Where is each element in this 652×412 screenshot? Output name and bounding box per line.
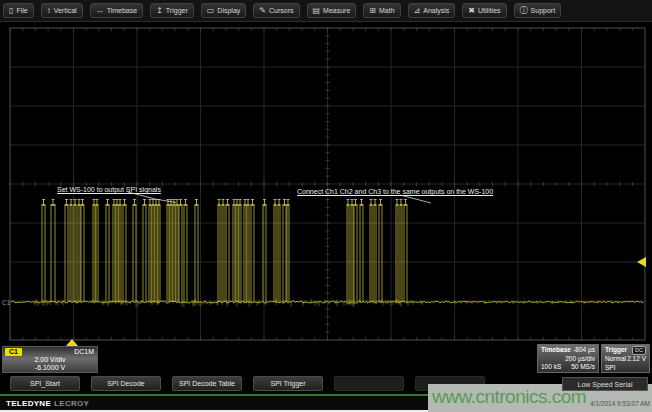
trigger-title: Trigger	[605, 346, 627, 355]
menu-item-measure[interactable]: ▤Measure	[307, 3, 357, 18]
info-icon: ⓘ	[520, 7, 528, 15]
menu-item-label: Timebase	[107, 7, 137, 14]
menu-item-display[interactable]: ▭Display	[201, 3, 247, 18]
channel-marker-label: C1	[2, 299, 11, 306]
datetime-display: 4/1/2014 9:53:07 AM	[590, 400, 650, 407]
annotation-ws100-output: Set WS-100 to output SPI signals	[57, 186, 161, 194]
pencil-icon: ✎	[259, 7, 266, 15]
menu-item-label: Trigger	[166, 7, 188, 14]
horizontal-arrows-icon: ↔	[96, 7, 104, 15]
spi-start-button[interactable]: SPI_Start	[10, 376, 80, 391]
file-icon: ▯	[9, 7, 13, 15]
calculator-icon: ⊞	[369, 7, 376, 15]
menu-item-file[interactable]: ▯File	[3, 3, 34, 18]
timebase-title: Timebase	[541, 346, 571, 355]
brand-secondary: LECROY	[54, 399, 89, 408]
spi-decode-table-button[interactable]: SPI Decode Table	[172, 376, 242, 391]
menu-item-label: Cursors	[269, 7, 294, 14]
timebase-descriptor[interactable]: Timebase -804 µs 200 µs/div 100 kS 50 MS…	[537, 344, 599, 373]
brand-logo: TELEDYNELECROY	[6, 399, 89, 408]
menu-item-trigger[interactable]: ↥Trigger	[150, 3, 194, 18]
annotation-connect-channels: Connect Ch1 Ch2 and Ch3 to the same outp…	[297, 188, 493, 196]
empty-button-slot	[334, 376, 404, 391]
channel-descriptor-c1[interactable]: C1 DC1M 2.00 V/div -6.1000 V	[2, 346, 98, 373]
timebase-record-length: 100 kS	[541, 363, 561, 372]
channel-volts-per-div: 2.00 V/div	[3, 356, 97, 364]
trigger-source-type: SPI	[605, 364, 615, 373]
channel-coupling: DC1M	[74, 348, 94, 356]
menu-item-cursors[interactable]: ✎Cursors	[253, 3, 299, 18]
menu-item-label: Math	[379, 7, 395, 14]
menu-item-label: Vertical	[54, 7, 77, 14]
menu-item-analysis[interactable]: ⊿Analysis	[408, 3, 456, 18]
menu-item-vertical[interactable]: ↕Vertical	[41, 3, 83, 18]
menu-item-utilities[interactable]: ✖Utilities	[462, 3, 506, 18]
display-icon: ▭	[207, 7, 215, 15]
menu-item-timebase[interactable]: ↔Timebase	[90, 3, 143, 18]
menu-item-label: Measure	[323, 7, 350, 14]
chart-icon: ⊿	[414, 7, 421, 15]
dialog-tab-low-speed-serial[interactable]: Low Speed Serial	[562, 377, 648, 391]
menu-item-label: Analysis	[423, 7, 449, 14]
trigger-descriptor[interactable]: Trigger DC Normal 2.12 V SPI	[601, 344, 650, 373]
menu-bar: ▯File↕Vertical↔Timebase↥Trigger▭Display✎…	[0, 0, 652, 22]
graticule	[10, 28, 645, 340]
menu-item-math[interactable]: ⊞Math	[363, 3, 400, 18]
channel-offset: -6.1000 V	[3, 364, 97, 372]
trigger-coupling-badge: DC	[632, 346, 646, 355]
menu-item-label: Display	[217, 7, 240, 14]
trigger-mode: Normal	[605, 355, 626, 364]
timebase-scale: 200 µs/div	[541, 355, 595, 364]
spi-trigger-button[interactable]: SPI Trigger	[253, 376, 323, 391]
ruler-icon: ▤	[313, 7, 321, 15]
menu-item-label: Support	[531, 7, 556, 14]
trigger-arrow-icon: ↥	[156, 7, 163, 15]
channel-badge: C1	[5, 348, 22, 356]
trigger-level-marker[interactable]	[637, 257, 646, 267]
waveform-display: C1	[0, 23, 652, 346]
toolbar: SPI_StartSPI DecodeSPI Decode TableSPI T…	[10, 376, 485, 391]
timebase-delay: -804 µs	[573, 346, 595, 355]
trigger-level: 2.12 V	[627, 355, 646, 364]
oscilloscope-screen: ▯File↕Vertical↔Timebase↥Trigger▭Display✎…	[0, 0, 652, 412]
menu-item-label: Utilities	[478, 7, 501, 14]
vertical-arrows-icon: ↕	[47, 7, 51, 15]
timebase-sample-rate: 50 MS/s	[571, 363, 595, 372]
menu-item-support[interactable]: ⓘSupport	[514, 3, 562, 18]
menu-item-label: File	[16, 7, 27, 14]
spi-decode-button[interactable]: SPI Decode	[91, 376, 161, 391]
brand-primary: TELEDYNE	[6, 399, 51, 408]
tools-icon: ✖	[468, 7, 475, 15]
